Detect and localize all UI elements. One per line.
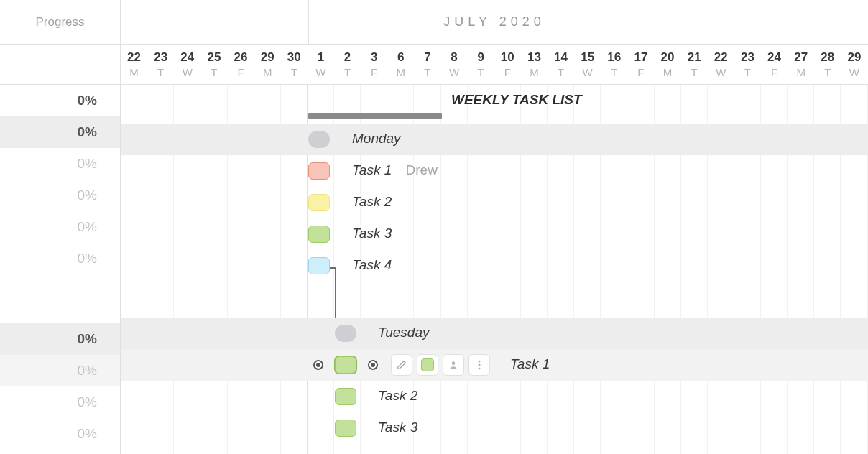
gantt-area[interactable]: WEEKLY TASK LIST Monday Task 1 Drew Task… [121, 85, 868, 454]
progress-value: 0% [78, 187, 97, 203]
day-number: 22 [714, 50, 728, 65]
progress-value: 0% [78, 363, 97, 379]
gantt-row-tuesday-task2[interactable]: Task 2 [121, 381, 868, 412]
day-column[interactable]: 22M [121, 45, 147, 84]
day-number: 29 [847, 50, 861, 65]
day-weekday: M [263, 66, 272, 78]
day-weekday: F [637, 66, 644, 78]
day-column[interactable]: 9T [468, 45, 494, 84]
gantt-row-monday-task4[interactable]: Task 4 [121, 250, 868, 282]
progress-value: 0% [78, 93, 97, 108]
progress-row-task2: 0% [0, 180, 120, 211]
day-weekday: T [478, 66, 484, 78]
day-weekday: T [744, 66, 751, 78]
day-number: 7 [424, 50, 430, 65]
day-column[interactable]: 14T [548, 45, 574, 84]
day-column[interactable]: 1W [308, 45, 334, 84]
day-column[interactable]: 3F [361, 45, 387, 84]
day-number: 14 [554, 50, 568, 65]
day-number: 23 [741, 50, 754, 65]
progress-value: 0% [78, 331, 97, 347]
day-column[interactable]: 28T [814, 45, 841, 84]
gantt-row-monday-task1[interactable]: Task 1 Drew [121, 155, 868, 187]
task-label-monday: Monday [352, 131, 401, 147]
day-number: 16 [607, 50, 621, 65]
day-column[interactable]: 7T [414, 45, 440, 84]
day-header: 22M23T24W25T26F29M30T1W2T3F6M7T8W9T10F13… [121, 45, 868, 85]
progress-value: 0% [78, 219, 97, 235]
gantt-row-tuesday-task3[interactable]: Task 3 [121, 412, 868, 444]
task-block[interactable] [335, 388, 356, 405]
day-column[interactable]: 8W [441, 45, 468, 84]
day-number: 27 [794, 50, 808, 65]
progress-value: 0% [78, 251, 97, 267]
gantt-row-monday-task2[interactable]: Task 2 [121, 187, 868, 218]
day-weekday: T [211, 66, 217, 78]
task-block[interactable] [308, 226, 330, 243]
day-number: 20 [661, 50, 675, 65]
day-column[interactable]: 25T [200, 45, 227, 84]
day-weekday: M [397, 66, 406, 78]
day-weekday: F [237, 66, 244, 78]
day-column[interactable]: 30T [281, 45, 308, 84]
day-column[interactable]: 22W [708, 45, 734, 84]
task-block-tuesday[interactable] [335, 325, 356, 342]
task-label: Task 1 [510, 356, 550, 372]
progress-value: 0% [78, 394, 97, 410]
svg-point-3 [478, 367, 480, 369]
day-column[interactable]: 2T [334, 45, 361, 84]
day-number: 24 [180, 50, 194, 65]
day-column[interactable]: 16T [601, 45, 627, 84]
task-end-handle[interactable] [368, 360, 378, 370]
day-column[interactable]: 23T [734, 45, 761, 84]
gantt-row-monday-task3[interactable]: Task 3 [121, 218, 868, 250]
day-number: 13 [527, 50, 541, 65]
task-label: Task 3 [352, 226, 392, 241]
task-block[interactable] [308, 194, 330, 211]
task-block-monday[interactable] [308, 131, 330, 148]
day-column[interactable]: 21T [681, 45, 708, 84]
day-column[interactable]: 27M [788, 45, 814, 84]
svg-point-2 [478, 363, 480, 366]
task-block-selected[interactable] [335, 356, 356, 374]
day-column[interactable]: 6M [387, 45, 414, 84]
gantt-row-monday[interactable]: Monday [121, 124, 868, 155]
gantt-summary-bar[interactable] [308, 113, 442, 119]
day-weekday: T [344, 66, 351, 78]
day-number: 25 [207, 50, 221, 65]
color-button[interactable] [417, 354, 438, 376]
gantt-row-tuesday[interactable]: Tuesday [121, 318, 868, 349]
pencil-icon [397, 360, 407, 370]
day-weekday: W [315, 66, 326, 78]
day-column[interactable]: 24W [174, 45, 200, 84]
task-assignee: Drew [406, 162, 438, 177]
task-block[interactable] [308, 257, 330, 274]
task-block[interactable] [335, 420, 356, 437]
day-number: 3 [371, 50, 377, 65]
day-weekday: M [663, 66, 673, 78]
task-start-handle[interactable] [313, 360, 323, 370]
day-column[interactable]: 17F [627, 45, 654, 84]
progress-value: 0% [78, 426, 97, 442]
progress-sidebar: Progress 0% 0% 0% 0% 0% 0% 0% 0% 0% 0% [0, 0, 121, 454]
more-button[interactable] [468, 354, 490, 376]
day-column[interactable]: 24F [761, 45, 788, 84]
progress-value: 0% [78, 124, 97, 140]
color-chip-icon [421, 358, 434, 371]
task-block[interactable] [308, 162, 330, 180]
day-weekday: M [129, 66, 139, 78]
day-column[interactable]: 29M [254, 45, 281, 84]
day-column[interactable]: 15W [574, 45, 601, 84]
gantt-row-tuesday-task1[interactable]: Task 1 [121, 349, 868, 381]
month-divider [308, 0, 309, 45]
assign-button[interactable] [443, 354, 464, 376]
day-column[interactable]: 10F [494, 45, 521, 84]
day-column[interactable]: 23T [147, 45, 174, 84]
day-weekday: M [530, 66, 539, 78]
day-column[interactable]: 26F [228, 45, 254, 84]
edit-button[interactable] [391, 354, 412, 376]
day-column[interactable]: 20M [655, 45, 681, 84]
day-column[interactable]: 13M [521, 45, 548, 84]
day-column[interactable]: 29W [841, 45, 867, 84]
progress-row-monday: 0% [0, 116, 120, 148]
